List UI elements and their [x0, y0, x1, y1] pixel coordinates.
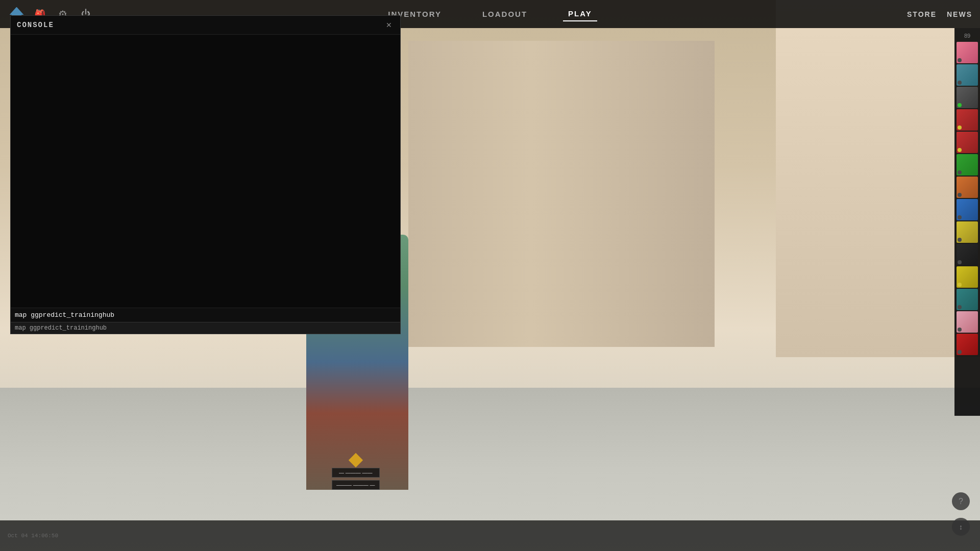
avatar-3-status [958, 103, 962, 107]
hud-timestamp: Oct 04 14:06:50 [8, 533, 58, 539]
bottom-hud: Oct 04 14:06:50 [0, 520, 980, 551]
nav-loadout[interactable]: LOADOUT [477, 7, 532, 21]
avatar-9-status [958, 238, 962, 242]
avatar-9[interactable] [957, 221, 978, 243]
avatar-13[interactable] [957, 311, 978, 333]
console-panel: CONSOLE ✕ map ggpredict_traininghub [10, 15, 401, 334]
console-close-button[interactable]: ✕ [384, 20, 394, 30]
avatar-12[interactable] [957, 289, 978, 310]
scroll-icon: ↕ [959, 523, 963, 531]
help-icon: ? [959, 497, 963, 506]
nav-store[interactable]: STORE [907, 10, 937, 18]
avatar-2-status [958, 81, 962, 85]
avatar-1[interactable] [957, 42, 978, 63]
avatar-6[interactable] [957, 154, 978, 176]
console-input-row [11, 308, 400, 322]
hud-button-1[interactable]: — ——— —— [332, 468, 380, 478]
avatar-12-status [958, 305, 962, 309]
avatar-11-status [958, 283, 962, 287]
help-button[interactable]: ? [952, 492, 970, 510]
avatar-2[interactable] [957, 64, 978, 86]
avatar-10-status [958, 260, 962, 264]
console-output[interactable] [11, 35, 400, 308]
console-header: CONSOLE ✕ [11, 16, 400, 35]
center-hud: — ——— —— ——— ——— — [332, 455, 380, 490]
avatar-5[interactable] [957, 132, 978, 153]
scroll-button[interactable]: ↕ [952, 518, 970, 536]
avatar-14[interactable] [957, 334, 978, 355]
console-title: CONSOLE [17, 21, 54, 29]
nav-play[interactable]: PLAY [563, 7, 597, 21]
avatar-14-status [958, 350, 962, 354]
avatar-3[interactable] [957, 87, 978, 108]
avatar-6-status [958, 170, 962, 174]
hud-button-2[interactable]: ——— ——— — [332, 480, 380, 490]
bg-wall [408, 41, 715, 347]
bg-building-right [776, 0, 980, 357]
avatar-1-status [958, 58, 962, 62]
nav-news[interactable]: NEWS [947, 10, 972, 18]
console-autocomplete[interactable]: map ggpredict_traininghub [11, 322, 400, 334]
avatar-10[interactable] [957, 244, 978, 265]
avatar-13-status [958, 328, 962, 332]
avatar-8-status [958, 215, 962, 219]
nav-right: STORE NEWS [827, 10, 980, 18]
avatar-11[interactable] [957, 266, 978, 288]
avatar-7-status [958, 193, 962, 197]
avatar-4-status [958, 126, 962, 130]
avatar-7[interactable] [957, 177, 978, 198]
avatar-5-status [958, 148, 962, 152]
avatar-8[interactable] [957, 199, 978, 220]
hud-diamond-icon [349, 453, 363, 467]
hud-buttons: — ——— —— ——— ——— — [332, 468, 380, 490]
player-count: 89 [964, 31, 970, 41]
right-sidebar: 89 [954, 28, 980, 416]
avatar-4[interactable] [957, 109, 978, 131]
console-input[interactable] [15, 311, 396, 319]
